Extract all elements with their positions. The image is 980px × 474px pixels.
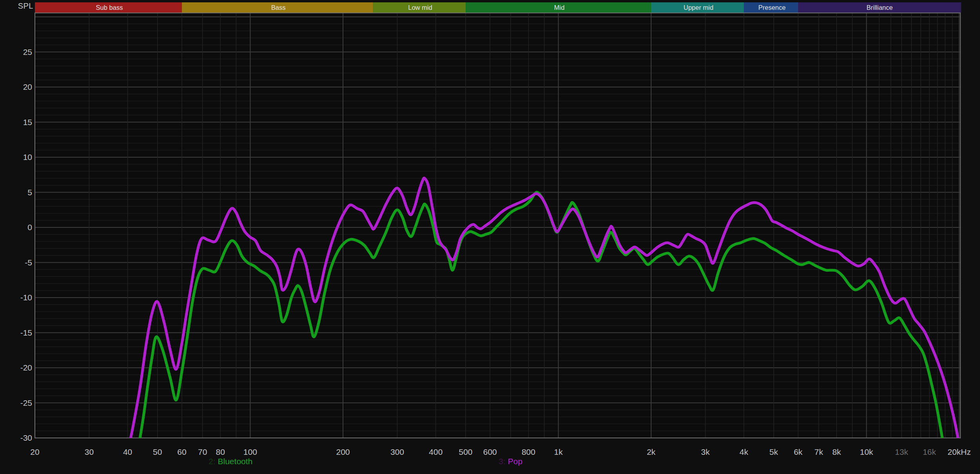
spl-analyzer-screen: { "page": { "y_axis_title": "SPL", "back… <box>0 0 980 474</box>
x-tick-label: 40 <box>123 447 132 456</box>
y-tick-label: 25 <box>23 47 32 56</box>
legend-channel-prefix: 2: <box>209 457 216 466</box>
band-label: Upper mid <box>684 4 713 11</box>
x-tick-label: 300 <box>390 447 404 456</box>
band-label: Low mid <box>408 4 432 11</box>
x-tick-label: 80 <box>216 447 225 456</box>
x-tick-label: 13k <box>895 447 908 456</box>
x-axis-labels: 203040506070801002003004005006008001k2k3… <box>30 447 971 456</box>
band-label: Mid <box>554 4 565 11</box>
y-tick-label: -5 <box>25 258 32 267</box>
band-label: Presence <box>758 4 786 11</box>
x-tick-label: 5k <box>769 447 779 456</box>
x-tick-label: 10k <box>860 447 873 456</box>
band-strip: Sub bassBassLow midMidUpper midPresenceB… <box>35 2 961 13</box>
y-tick-label: -20 <box>20 363 32 372</box>
chart-stage: Sub bassBassLow midMidUpper midPresenceB… <box>0 0 980 474</box>
legend-item-bluetooth[interactable]: 2:Bluetooth <box>209 457 252 466</box>
x-tick-label: 400 <box>429 447 443 456</box>
y-tick-label: 10 <box>23 153 32 162</box>
y-tick-label: 5 <box>27 188 32 197</box>
x-tick-label: 600 <box>483 447 497 456</box>
x-tick-label: 8k <box>832 447 841 456</box>
legend-item-pop[interactable]: 3:Pop <box>499 457 523 466</box>
y-axis-title: SPL <box>0 2 33 11</box>
x-tick-label: 20kHz <box>947 447 971 456</box>
x-tick-label: 30 <box>85 447 94 456</box>
x-tick-label: 200 <box>336 447 350 456</box>
x-tick-label: 7k <box>815 447 824 456</box>
band-label: Brilliance <box>867 4 893 11</box>
x-tick-label: 1k <box>554 447 563 456</box>
x-tick-label: 2k <box>647 447 656 456</box>
x-tick-label: 3k <box>701 447 710 456</box>
x-tick-label: 70 <box>198 447 207 456</box>
y-tick-label: -25 <box>20 398 32 407</box>
y-tick-label: -10 <box>20 293 32 302</box>
x-tick-label: 800 <box>522 447 535 456</box>
y-tick-label: 15 <box>23 118 32 127</box>
y-tick-label: -30 <box>20 433 32 442</box>
x-tick-label: 100 <box>243 447 257 456</box>
y-tick-label: 0 <box>27 223 32 232</box>
y-tick-label: 20 <box>23 82 32 91</box>
x-tick-label: 6k <box>794 447 803 456</box>
x-tick-label: 4k <box>740 447 749 456</box>
x-tick-label: 500 <box>459 447 472 456</box>
legend-label: Bluetooth <box>218 457 253 466</box>
y-tick-label: -15 <box>20 328 32 337</box>
y-axis-labels: 2520151050-5-10-15-20-25-30 <box>20 47 32 443</box>
band-label: Sub bass <box>96 4 123 11</box>
x-tick-label: 20 <box>30 447 39 456</box>
legend-label: Pop <box>508 457 523 466</box>
spl-frequency-chart: Sub bassBassLow midMidUpper midPresenceB… <box>0 0 980 474</box>
legend-channel-prefix: 3: <box>499 457 506 466</box>
x-tick-label: 50 <box>153 447 162 456</box>
x-tick-label: 16k <box>923 447 936 456</box>
x-tick-label: 60 <box>177 447 186 456</box>
band-label: Bass <box>271 4 286 11</box>
